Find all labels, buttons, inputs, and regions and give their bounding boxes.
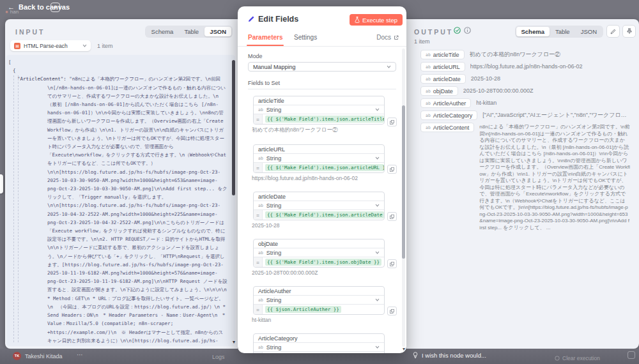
user-avatar[interactable]: TK bbox=[13, 352, 21, 360]
output-tab-schema[interactable]: Schema bbox=[516, 27, 550, 36]
schema-row: abarticleURL https://blog.future.ad.jp/n… bbox=[420, 62, 630, 72]
clear-icon bbox=[555, 356, 560, 361]
output-tab-table[interactable]: Table bbox=[550, 27, 575, 36]
input-json-view[interactable]: [ { "ArticleContent": "n8nによる「本格的ワークフロー」… bbox=[6, 55, 235, 346]
pencil-icon bbox=[610, 28, 617, 34]
field-name-input[interactable]: ArticleAuther bbox=[254, 287, 384, 296]
expression-icon: = bbox=[254, 305, 263, 314]
input-title: INPUT bbox=[15, 28, 45, 36]
open-expression-editor-button[interactable] bbox=[387, 212, 397, 221]
schema-field-pill[interactable]: abobjDate bbox=[420, 86, 458, 96]
field-name-input[interactable]: articleURL bbox=[254, 145, 384, 154]
fields-to-set-label: Fields to Set bbox=[248, 80, 397, 86]
string-type-icon: ab bbox=[426, 77, 431, 82]
edit-output-button[interactable] bbox=[606, 25, 620, 38]
field-type-select[interactable]: abString bbox=[254, 154, 384, 163]
back-to-canvas-button[interactable]: ← Back to canvas bbox=[8, 3, 70, 11]
user-menu-button[interactable]: ⋯ bbox=[77, 351, 83, 358]
schema-row: abArticleCategory ["AI","JavaScript","AI… bbox=[420, 110, 630, 120]
field-type-select[interactable]: abString bbox=[254, 296, 384, 305]
field-type-select[interactable]: abString bbox=[254, 201, 384, 210]
schema-field-pill[interactable]: abarticleDate bbox=[420, 74, 466, 84]
new-workflow-tab-button[interactable]: + bbox=[50, 3, 60, 12]
mode-select[interactable]: Manual Mapping bbox=[248, 62, 396, 72]
schema-row: abArticleContent n8nによる「本格的ワークフロー」のハンズオン… bbox=[420, 123, 630, 231]
chevron-down-icon bbox=[375, 156, 380, 160]
info-icon[interactable] bbox=[464, 27, 471, 34]
field-value-input[interactable]: ={{ $('Make Field').item.json.objDate }} bbox=[254, 257, 384, 267]
open-expression-editor-button[interactable] bbox=[387, 118, 397, 126]
expression-icon: = bbox=[254, 257, 263, 267]
field-result-hint: https://blog.future.ad.jp/n8n-hands-on-0… bbox=[252, 175, 397, 181]
chevron-down-icon bbox=[375, 108, 380, 111]
output-schema-list: abarticleTitle 初めての本格的n8nワークフロー② abartic… bbox=[420, 50, 630, 346]
output-tab-json[interactable]: JSON bbox=[576, 27, 602, 36]
schema-field-pill[interactable]: abarticleTitle bbox=[420, 50, 465, 59]
input-panel: INPUT Schema Table JSON ▤ HTML Parse-eac… bbox=[5, 19, 238, 349]
edit-fields-modal: Edit Fields Execute step Parameters Sett… bbox=[238, 6, 406, 353]
input-scrollbar[interactable] bbox=[232, 60, 235, 195]
schema-field-pill[interactable]: abarticleURL bbox=[420, 62, 465, 72]
output-panel: OUTPUT Schema Table JSON 1 item abarticl… bbox=[406, 19, 639, 349]
schema-row: abobjDate 2025-10-28T00:00:00.000Z bbox=[420, 86, 630, 96]
indent-guide bbox=[13, 75, 14, 342]
field-value-input[interactable]: ={{ $('Make Field').item.json.articleTit… bbox=[254, 114, 384, 124]
field-type-select[interactable]: abString bbox=[254, 248, 384, 257]
field-type-select[interactable]: abString bbox=[254, 343, 384, 352]
expression-icon: = bbox=[254, 163, 263, 172]
node-feedback-button[interactable]: I wish this node would... bbox=[413, 352, 486, 359]
output-items-count: 1 item bbox=[414, 38, 430, 45]
input-tab-schema[interactable]: Schema bbox=[146, 27, 179, 36]
tab-parameters[interactable]: Parameters bbox=[248, 34, 282, 41]
field-value-input[interactable]: ={{ $json.ArticleCategory }} bbox=[254, 352, 384, 353]
chat-bubble-icon[interactable] bbox=[627, 351, 635, 359]
html-node-icon: ▤ bbox=[14, 43, 20, 49]
output-view-tabs: Schema Table JSON bbox=[515, 26, 604, 38]
clear-execution-button[interactable]: Clear execution bbox=[555, 355, 600, 361]
modal-title: Edit Fields bbox=[258, 15, 298, 24]
docs-link[interactable]: Docs bbox=[376, 34, 399, 41]
schema-field-pill[interactable]: abArticleAuther bbox=[420, 98, 471, 108]
string-type-icon: ab bbox=[426, 64, 431, 70]
edit-fields-pencil-icon bbox=[248, 15, 255, 22]
chevron-down-icon bbox=[387, 65, 391, 68]
execute-step-button[interactable]: Execute step bbox=[350, 14, 403, 26]
input-items-count: 1 item bbox=[97, 43, 113, 49]
schema-row: abarticleTitle 初めての本格的n8nワークフロー② bbox=[420, 50, 630, 59]
modal-tabs: Parameters Settings Docs bbox=[238, 31, 406, 47]
chevron-down-icon bbox=[82, 44, 87, 47]
field-item-objDate: objDate abString ={{ $('Make Field').ite… bbox=[248, 239, 397, 276]
chevron-down-icon bbox=[375, 298, 380, 301]
input-scroll-down-icon[interactable]: ▾ bbox=[233, 340, 235, 345]
field-type-select[interactable]: abString bbox=[254, 105, 384, 114]
input-tab-json[interactable]: JSON bbox=[204, 27, 231, 36]
field-value-input[interactable]: ={{ $('Make Field').item.json.articleURL… bbox=[254, 163, 384, 172]
input-tab-table[interactable]: Table bbox=[179, 27, 204, 36]
schema-field-pill[interactable]: abArticleCategory bbox=[420, 110, 477, 120]
open-expression-editor-button[interactable] bbox=[387, 307, 397, 315]
field-name-input[interactable]: ArticleCategory bbox=[254, 334, 384, 343]
logs-label[interactable]: Logs bbox=[212, 354, 225, 360]
user-name: Takeshi Kitada bbox=[25, 353, 63, 360]
divider bbox=[248, 89, 396, 89]
string-type-icon: ab bbox=[258, 203, 263, 208]
schema-field-pill[interactable]: abArticleContent bbox=[420, 123, 474, 132]
chevron-down-icon bbox=[375, 345, 380, 349]
field-name-input[interactable]: objDate bbox=[254, 239, 384, 248]
tab-settings[interactable]: Settings bbox=[294, 34, 317, 41]
indent-guide bbox=[18, 75, 19, 342]
field-name-input[interactable]: articleTitle bbox=[254, 96, 384, 105]
field-value-input[interactable]: ={{ $('Make Field').item.json.articleDat… bbox=[254, 210, 384, 220]
input-source-node-select[interactable]: ▤ HTML Parse-each bbox=[10, 40, 91, 51]
sidebar-collapsed-handle[interactable] bbox=[0, 174, 3, 193]
open-expression-editor-button[interactable] bbox=[387, 259, 397, 268]
back-arrow-icon: ← bbox=[8, 3, 15, 11]
field-name-input[interactable]: articleDate bbox=[254, 192, 384, 201]
open-expression-editor-button[interactable] bbox=[387, 165, 397, 174]
pin-output-button[interactable] bbox=[622, 25, 636, 38]
field-value-input[interactable]: ={{ $json.ArticleAuther }} bbox=[254, 305, 384, 314]
modal-scrollbar[interactable] bbox=[402, 105, 405, 259]
chevron-down-icon bbox=[375, 251, 380, 254]
modal-header: Edit Fields Execute step bbox=[238, 6, 406, 31]
modal-parameters: Mode Manual Mapping Fields to Set articl… bbox=[238, 47, 401, 353]
